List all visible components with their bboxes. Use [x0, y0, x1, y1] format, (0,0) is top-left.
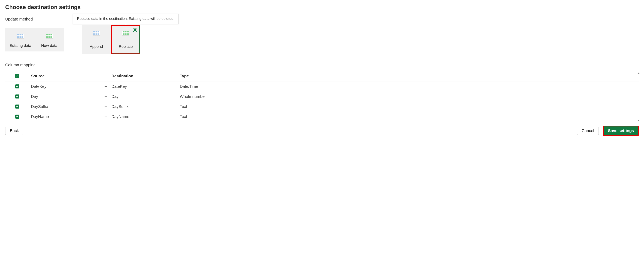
scroll-down-icon[interactable] [638, 118, 640, 122]
append-label: Append [90, 44, 103, 49]
table-green-icon [46, 34, 53, 39]
row-checkbox[interactable] [15, 104, 19, 109]
cancel-button[interactable]: Cancel [577, 127, 599, 135]
back-button[interactable]: Back [5, 127, 23, 135]
page-title: Choose destination settings [5, 4, 639, 10]
type-cell: Text [178, 101, 639, 112]
existing-data-card: Existing data [7, 34, 34, 48]
type-cell: Whole number [178, 91, 639, 101]
row-checkbox[interactable] [15, 94, 19, 98]
select-all-checkbox[interactable] [15, 74, 19, 78]
table-header-row: Source Destination Type [5, 72, 639, 81]
table-row: DateKey→DateKeyDate/Time [5, 81, 639, 92]
type-cell: Date/Time [178, 81, 639, 92]
source-cell: DateKey [29, 81, 98, 92]
scroll-up-icon[interactable] [638, 70, 640, 75]
table-green-icon [122, 31, 129, 35]
column-mapping-label: Column mapping [5, 63, 639, 67]
footer: Back Cancel Save settings [5, 126, 639, 136]
new-data-label: New data [36, 43, 62, 48]
destination-cell: DayName [110, 112, 178, 122]
row-checkbox[interactable] [15, 115, 19, 119]
update-method-options: Append Replace Replace data in the desti… [82, 25, 140, 54]
row-checkbox[interactable] [15, 84, 19, 88]
radio-selected-icon [133, 28, 137, 32]
type-cell: Text [178, 112, 639, 122]
source-cell: DaySuffix [29, 101, 98, 112]
replace-label: Replace [119, 44, 133, 49]
source-cell: DayName [29, 112, 98, 122]
arrow-right-icon: → [98, 91, 110, 101]
arrow-right-icon: → [69, 36, 77, 43]
new-data-card: New data [36, 34, 62, 48]
column-mapping-table: Source Destination Type DateKey→DateKeyD… [5, 72, 639, 122]
destination-cell: DateKey [110, 81, 178, 92]
header-type: Type [178, 72, 639, 81]
arrow-right-icon: → [98, 101, 110, 112]
replace-option[interactable]: Replace Replace data in the destination.… [111, 25, 140, 54]
data-preview-group: Existing data New data [5, 28, 64, 51]
destination-cell: DaySuffix [110, 101, 178, 112]
table-row: DaySuffix→DaySuffixText [5, 101, 639, 112]
save-settings-button[interactable]: Save settings [603, 126, 639, 136]
table-row: DayName→DayNameText [5, 112, 639, 122]
table-blue-icon [17, 34, 24, 39]
replace-tooltip: Replace data in the destination. Existin… [73, 14, 178, 24]
header-source: Source [29, 72, 98, 81]
table-blue-icon [93, 31, 100, 35]
source-cell: Day [29, 91, 98, 101]
destination-cell: Day [110, 91, 178, 101]
append-option[interactable]: Append [82, 25, 111, 54]
existing-data-label: Existing data [7, 43, 34, 48]
header-destination: Destination [110, 72, 178, 81]
arrow-right-icon: → [98, 81, 110, 92]
arrow-right-icon: → [98, 112, 110, 122]
table-row: Day→DayWhole number [5, 91, 639, 101]
update-method-row: Existing data New data → Append [5, 25, 639, 54]
